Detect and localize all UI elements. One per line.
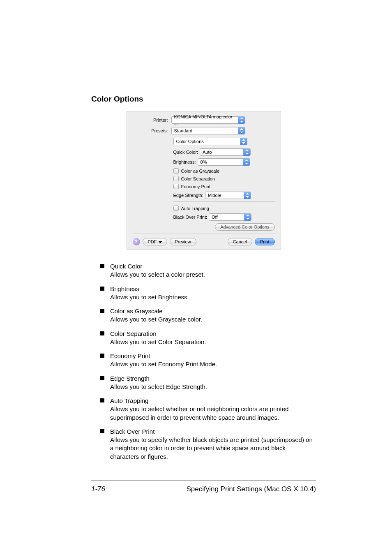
preview-button[interactable]: Preview (170, 238, 196, 245)
chevron-updown-icon (243, 148, 250, 156)
auto-trapping-checkbox-label: Auto Trapping (181, 206, 210, 211)
chevron-updown-icon (240, 138, 247, 145)
feature-desc: Allows you to set Color Separation. (110, 338, 206, 345)
presets-select-value: Standard (174, 127, 236, 134)
chevron-updown-icon (238, 127, 245, 134)
printer-label: Printer: (133, 118, 171, 123)
feature-term: Brightness (110, 285, 316, 293)
printer-select[interactable]: KONICA MINOLTA magicolor ... (171, 116, 245, 124)
quick-color-select[interactable]: Auto (200, 148, 251, 156)
feature-term: Color as Grayscale (110, 307, 316, 315)
quick-color-label: Quick Color: (173, 150, 198, 155)
auto-trapping-checkbox[interactable] (173, 206, 179, 211)
feature-term: Quick Color (110, 262, 316, 271)
feature-desc: Allows you to select whether or not neig… (110, 405, 288, 421)
feature-desc: Allows you to select a color preset. (110, 271, 205, 278)
edge-strength-select[interactable]: Middle (205, 192, 251, 199)
grayscale-checkbox-label: Color as Grayscale (181, 169, 220, 173)
edge-strength-label: Edge Strength: (173, 193, 203, 198)
list-item: Edge Strength Allows you to select Edge … (100, 375, 316, 391)
list-item: Economy Print Allows you to set Economy … (100, 352, 316, 369)
chevron-updown-icon (238, 116, 245, 124)
cancel-button[interactable]: Cancel (228, 238, 252, 245)
quick-color-value: Auto (203, 149, 242, 155)
pane-select-value: Color Options (176, 138, 238, 145)
section-title: Color Options (91, 95, 316, 104)
divider (133, 233, 275, 234)
list-item: Auto Trapping Allows you to select wheth… (100, 397, 316, 422)
feature-desc: Allows you to specify whether black obje… (110, 436, 313, 460)
feature-term: Edge Strength (110, 375, 316, 383)
footer-title: Specifying Print Settings (Mac OS X 10.4… (186, 485, 316, 493)
grayscale-checkbox[interactable] (173, 168, 179, 173)
print-button[interactable]: Print (255, 238, 275, 245)
chevron-updown-icon (244, 192, 251, 199)
advanced-color-options-button[interactable]: Advanced Color Options (215, 223, 274, 231)
feature-desc: Allows you to select Edge Strength. (110, 383, 207, 390)
feature-term: Auto Trapping (110, 397, 316, 405)
list-item: Color as Grayscale Allows you to set Gra… (100, 307, 316, 324)
list-item: Black Over Print Allows you to specify w… (100, 428, 316, 461)
black-over-print-label: Black Over Print: (173, 215, 208, 220)
page-footer: 1-76 Specifying Print Settings (Mac OS X… (91, 481, 316, 493)
separation-checkbox[interactable] (173, 176, 179, 181)
chevron-updown-icon (244, 213, 251, 221)
pane-select[interactable]: Color Options (173, 138, 247, 145)
brightness-value: 0% (201, 159, 241, 165)
print-dialog: Printer: KONICA MINOLTA magicolor ... Pr… (127, 111, 281, 250)
chevron-updown-icon (243, 158, 250, 166)
black-over-print-value: Off (212, 214, 242, 220)
divider (173, 201, 275, 202)
feature-term: Economy Print (110, 352, 316, 360)
economy-checkbox[interactable] (173, 184, 179, 189)
list-item: Brightness Allows you to set Brightness. (100, 285, 316, 302)
pdf-menu-button[interactable]: PDF (143, 238, 167, 245)
black-over-print-select[interactable]: Off (209, 213, 251, 221)
presets-select[interactable]: Standard (171, 127, 245, 134)
feature-desc: Allows you to set Economy Print Mode. (110, 361, 217, 368)
brightness-select[interactable]: 0% (198, 158, 250, 166)
page-number: 1-76 (91, 485, 105, 493)
separation-checkbox-label: Color Separation (181, 176, 215, 181)
feature-desc: Allows you to set Grayscale color. (110, 316, 202, 323)
edge-strength-value: Middle (208, 192, 242, 199)
brightness-label: Brightness: (173, 160, 196, 164)
list-item: Color Separation Allows you to set Color… (100, 330, 316, 347)
economy-checkbox-label: Economy Print (181, 184, 211, 189)
list-item: Quick Color Allows you to select a color… (100, 262, 316, 279)
presets-label: Presets: (133, 128, 171, 133)
feature-term: Color Separation (110, 330, 316, 338)
help-button[interactable]: ? (133, 238, 140, 245)
printer-select-value: KONICA MINOLTA magicolor ... (174, 113, 236, 127)
feature-desc: Allows you to set Brightness. (110, 294, 189, 301)
feature-list: Quick Color Allows you to select a color… (100, 262, 316, 461)
feature-term: Black Over Print (110, 428, 316, 436)
